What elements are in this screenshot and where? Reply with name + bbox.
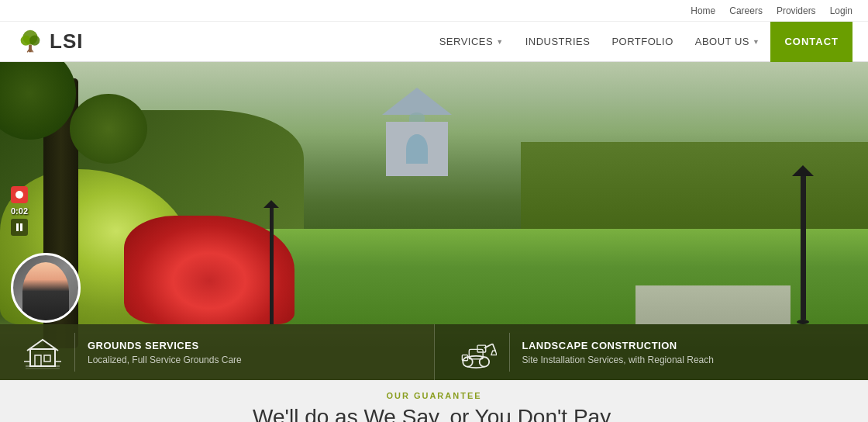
grounds-text: GROUNDS SERVICES Localized, Full Service… bbox=[88, 340, 242, 365]
tree-foliage-2 bbox=[70, 94, 147, 164]
road bbox=[636, 285, 790, 324]
guarantee-label: OUR GUARANTEE bbox=[386, 391, 481, 400]
record-button[interactable] bbox=[11, 186, 28, 203]
top-bar: Home Careers Providers Login bbox=[0, 0, 868, 22]
pause-bar-2 bbox=[20, 223, 22, 231]
topbar-login-link[interactable]: Login bbox=[830, 5, 852, 16]
construction-description: Site Installation Services, with Regiona… bbox=[522, 355, 714, 365]
lamp-head-l bbox=[264, 200, 279, 208]
main-nav: LSI SERVICES ▼ INDUSTRIES PORTFOLIO ABOU… bbox=[0, 22, 868, 62]
video-time: 0:02 bbox=[11, 206, 28, 216]
nav-services[interactable]: SERVICES ▼ bbox=[429, 22, 515, 62]
grounds-description: Localized, Full Service Grounds Care bbox=[88, 355, 242, 365]
video-avatar bbox=[11, 253, 81, 323]
svg-rect-6 bbox=[30, 349, 55, 366]
guarantee-title: We'll do as We Say, or You Don't Pay. bbox=[253, 405, 615, 422]
topbar-providers-link[interactable]: Providers bbox=[777, 5, 816, 16]
svg-point-1 bbox=[21, 35, 31, 45]
avatar-person-figure bbox=[22, 262, 69, 320]
nav-about-us[interactable]: ABOUT US ▼ bbox=[684, 22, 771, 62]
nav-right: SERVICES ▼ INDUSTRIES PORTFOLIO ABOUT US… bbox=[429, 22, 852, 62]
topbar-careers-link[interactable]: Careers bbox=[729, 5, 763, 16]
logo-link[interactable]: LSI bbox=[16, 27, 83, 57]
construction-icon bbox=[458, 333, 497, 372]
lamp-head-r bbox=[792, 165, 814, 176]
service-construction[interactable]: LANDSCAPE CONSTRUCTION Site Installation… bbox=[435, 324, 869, 380]
lamp-pole-r bbox=[801, 176, 806, 320]
services-bar: GROUNDS SERVICES Localized, Full Service… bbox=[0, 324, 868, 380]
lamp-pole-l bbox=[270, 208, 274, 324]
building-body bbox=[386, 122, 448, 176]
svg-rect-8 bbox=[44, 355, 50, 361]
hero-section: Rooted in Relationships Since 1988, Land… bbox=[0, 62, 868, 380]
service-divider-left bbox=[74, 333, 75, 372]
building-gazebo bbox=[382, 88, 452, 176]
building-cupola bbox=[409, 112, 425, 122]
pause-button[interactable] bbox=[11, 219, 28, 236]
video-controls: 0:02 bbox=[11, 186, 28, 236]
building-window bbox=[406, 134, 428, 164]
construction-text: LANDSCAPE CONSTRUCTION Site Installation… bbox=[522, 340, 714, 365]
svg-point-2 bbox=[29, 35, 40, 45]
logo-text: LSI bbox=[50, 29, 83, 54]
svg-point-14 bbox=[479, 357, 489, 367]
construction-title: LANDSCAPE CONSTRUCTION bbox=[522, 340, 714, 351]
lamp-post-right bbox=[792, 165, 814, 324]
lamp-post-left bbox=[264, 200, 279, 324]
about-arrow: ▼ bbox=[753, 38, 760, 46]
pause-bar-1 bbox=[16, 223, 19, 231]
grounds-title: GROUNDS SERVICES bbox=[88, 340, 242, 351]
topbar-home-link[interactable]: Home bbox=[691, 5, 715, 16]
nav-industries[interactable]: INDUSTRIES bbox=[515, 22, 601, 62]
building-roof bbox=[382, 88, 452, 115]
nav-portfolio[interactable]: PORTFOLIO bbox=[601, 22, 684, 62]
grounds-icon bbox=[23, 333, 62, 372]
service-divider-right bbox=[509, 333, 510, 372]
svg-line-18 bbox=[492, 344, 495, 351]
services-arrow: ▼ bbox=[496, 38, 503, 46]
pause-icon bbox=[16, 223, 22, 231]
nav-contact[interactable]: CONTACT bbox=[770, 22, 852, 62]
service-grounds[interactable]: GROUNDS SERVICES Localized, Full Service… bbox=[0, 324, 435, 380]
record-dot bbox=[16, 191, 23, 199]
logo-icon bbox=[16, 27, 45, 57]
guarantee-section: OUR GUARANTEE We'll do as We Say, or You… bbox=[0, 380, 868, 422]
svg-rect-7 bbox=[35, 355, 41, 366]
svg-rect-16 bbox=[477, 345, 486, 352]
